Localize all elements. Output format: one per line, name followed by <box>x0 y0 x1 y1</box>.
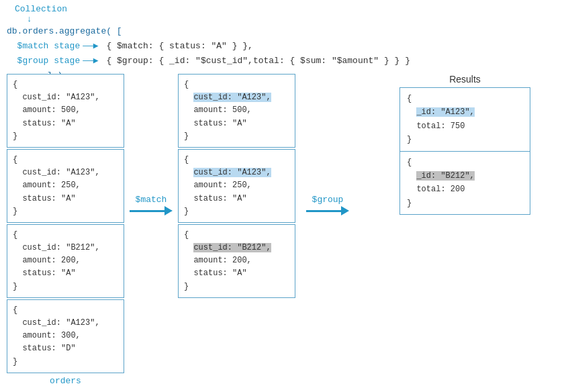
collection-label: Collection <box>15 4 410 14</box>
code-line-3: $group stage ——▶ { $group: { _id: "$cust… <box>7 54 410 68</box>
group-arrow: $group <box>306 195 349 215</box>
match-doc-3: { cust_id: "B212", amount: 200, status: … <box>178 224 295 298</box>
collection-doc-1: { cust_id: "A123", amount: 500, status: … <box>7 74 124 148</box>
highlight-cust-id-1: cust_id: "A123", <box>193 93 271 102</box>
code-section: Collection ↓ db.orders.aggregate( [ $mat… <box>7 4 410 83</box>
match-arrow: $match <box>130 195 173 215</box>
match-arrow-label: $match <box>136 195 167 205</box>
group-stage-code: { $group: { _id: "$cust_id",total: { $su… <box>101 54 410 68</box>
highlight-cust-id-3: cust_id: "B212", <box>193 243 271 252</box>
group-stage-label: $group stage <box>7 54 80 68</box>
highlight-cust-id-2: cust_id: "A123", <box>193 168 271 177</box>
result-doc-2: { _id: "B212", total: 200 } <box>400 152 530 215</box>
match-stage-label: $match stage <box>7 39 80 54</box>
collection-box: { cust_id: "A123", amount: 500, status: … <box>7 74 124 386</box>
arrow-down: ↓ <box>27 14 410 24</box>
group-arrow-line <box>306 206 349 215</box>
result-id-1: _id: "A123", <box>416 107 474 117</box>
code-line-1: db.orders.aggregate( [ <box>7 24 410 39</box>
result-doc-1: { _id: "A123", total: 750 } <box>400 88 530 152</box>
group-arrow-label: $group <box>312 195 344 205</box>
orders-label: orders <box>7 376 124 386</box>
results-title: Results <box>399 74 530 85</box>
collection-doc-3: { cust_id: "B212", amount: 200, status: … <box>7 224 124 298</box>
code-line-2: $match stage ——▶ { $match: { status: "A"… <box>7 39 410 54</box>
results-box: { _id: "A123", total: 750 } { _id: "B212… <box>399 87 530 215</box>
result-id-2: _id: "B212", <box>416 171 474 181</box>
match-result-box: { cust_id: "A123", amount: 500, status: … <box>178 74 295 299</box>
results-section: Results { _id: "A123", total: 750 } { _i… <box>399 74 530 215</box>
match-arrow-line <box>130 206 173 215</box>
match-stage-arrow: ——▶ <box>83 39 98 54</box>
match-stage-code: { $match: { status: "A" } }, <box>101 39 253 54</box>
match-doc-1: { cust_id: "A123", amount: 500, status: … <box>178 74 295 148</box>
collection-doc-4: { cust_id: "A123", amount: 300, status: … <box>7 299 124 373</box>
group-stage-arrow: ——▶ <box>83 54 98 68</box>
page: Collection ↓ db.orders.aggregate( [ $mat… <box>0 0 568 392</box>
match-doc-2: { cust_id: "A123", amount: 250, status: … <box>178 149 295 223</box>
collection-doc-2: { cust_id: "A123", amount: 250, status: … <box>7 149 124 223</box>
